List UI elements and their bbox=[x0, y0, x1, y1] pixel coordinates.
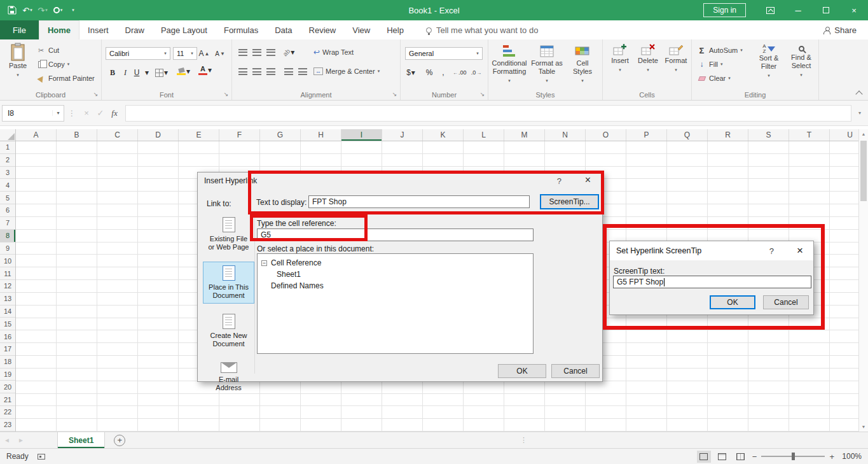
number-format-select[interactable]: General▾ bbox=[405, 47, 483, 60]
number-dialog-launcher[interactable]: ↘ bbox=[478, 90, 486, 98]
tab-scroll-splitter[interactable]: ⋮ bbox=[520, 436, 527, 444]
sort-filter-button[interactable]: AZ Sort & Filter ▾ bbox=[753, 42, 785, 80]
percent-style-button[interactable]: % bbox=[424, 66, 435, 79]
merge-center-button[interactable]: ↔Merge & Center▾ bbox=[313, 66, 380, 77]
next-sheet-icon[interactable]: ► bbox=[14, 437, 28, 444]
close-icon[interactable]: × bbox=[797, 244, 803, 257]
find-select-button[interactable]: Find & Select ▾ bbox=[786, 42, 816, 79]
comma-style-button[interactable]: , bbox=[437, 66, 449, 79]
row-header-19[interactable]: 19 bbox=[0, 369, 15, 381]
tab-home[interactable]: Home bbox=[39, 20, 79, 39]
borders-button[interactable]: ▾ bbox=[155, 66, 168, 79]
row-header-20[interactable]: 20 bbox=[0, 381, 15, 393]
tab-review[interactable]: Review bbox=[301, 20, 345, 39]
italic-button[interactable]: I bbox=[120, 66, 131, 79]
row-header-1[interactable]: 1 bbox=[0, 141, 15, 154]
tab-data[interactable]: Data bbox=[266, 20, 300, 39]
screentip-dialog-title-bar[interactable]: Set Hyperlink ScreenTip bbox=[610, 241, 813, 260]
close-button[interactable]: × bbox=[840, 0, 868, 20]
row-header-13[interactable]: 13 bbox=[0, 293, 15, 306]
link-to-existing-file-or-web-page[interactable]: Existing Fileor Web Page bbox=[203, 213, 254, 255]
tab-draw[interactable]: Draw bbox=[117, 20, 153, 39]
column-header-A[interactable]: A bbox=[16, 129, 57, 141]
bottom-align-button[interactable] bbox=[265, 46, 277, 59]
row-header-22[interactable]: 22 bbox=[0, 406, 15, 419]
tell-me-box[interactable]: Tell me what you want to do bbox=[426, 20, 538, 39]
column-header-C[interactable]: C bbox=[97, 129, 138, 141]
column-header-U[interactable]: U bbox=[830, 129, 858, 141]
column-header-D[interactable]: D bbox=[138, 129, 179, 141]
row-header-9[interactable]: 9 bbox=[0, 243, 15, 255]
zoom-in-button[interactable]: + bbox=[829, 452, 834, 461]
collapse-icon[interactable]: − bbox=[261, 260, 267, 266]
tree-item-defined-names[interactable]: Defined Names bbox=[261, 280, 529, 292]
row-header-2[interactable]: 2 bbox=[0, 154, 15, 167]
collapse-ribbon-icon[interactable] bbox=[855, 90, 863, 96]
text-to-display-input[interactable]: FPT Shop bbox=[308, 195, 530, 208]
zoom-slider[interactable] bbox=[761, 456, 825, 457]
link-to-create-new-document[interactable]: Create NewDocument bbox=[203, 310, 254, 352]
format-painter-button[interactable]: Format Painter bbox=[36, 73, 95, 84]
help-icon[interactable]: ? bbox=[557, 176, 561, 186]
formula-bar-splitter[interactable]: ⋮ bbox=[68, 109, 76, 118]
tab-file[interactable]: File bbox=[0, 20, 39, 39]
font-family-select[interactable]: Calibri▾ bbox=[106, 47, 170, 60]
row-header-23[interactable]: 23 bbox=[0, 419, 15, 432]
share-button[interactable]: Share bbox=[823, 20, 857, 39]
name-box-dropdown-icon[interactable]: ▾ bbox=[52, 110, 64, 116]
name-box[interactable]: I8 ▾ bbox=[2, 105, 64, 122]
link-to-place-in-this-document[interactable]: Place in ThisDocument bbox=[203, 262, 254, 304]
column-header-B[interactable]: B bbox=[57, 129, 97, 141]
insert-function-button[interactable]: fx bbox=[107, 105, 121, 122]
copy-button[interactable]: Copy▾ bbox=[36, 59, 69, 70]
row-header-6[interactable]: 6 bbox=[0, 204, 15, 217]
row-header-7[interactable]: 7 bbox=[0, 217, 15, 230]
vertical-scroll-thumb[interactable] bbox=[860, 141, 867, 201]
close-icon[interactable]: × bbox=[585, 174, 591, 186]
column-header-E[interactable]: E bbox=[179, 129, 219, 141]
column-header-O[interactable]: O bbox=[586, 129, 626, 141]
column-header-R[interactable]: R bbox=[708, 129, 748, 141]
align-left-button[interactable] bbox=[237, 65, 249, 78]
fill-button[interactable]: ↓Fill▾ bbox=[697, 59, 723, 70]
macro-record-icon[interactable] bbox=[38, 454, 45, 460]
row-header-14[interactable]: 14 bbox=[0, 306, 15, 318]
shrink-font-button[interactable]: A▼ bbox=[214, 47, 226, 60]
center-button[interactable] bbox=[251, 65, 263, 78]
ok-button[interactable]: OK bbox=[498, 364, 546, 378]
increase-indent-button[interactable] bbox=[297, 65, 308, 78]
orientation-button[interactable]: ab▾ bbox=[283, 46, 294, 59]
tab-formulas[interactable]: Formulas bbox=[216, 20, 266, 39]
middle-align-button[interactable] bbox=[251, 46, 263, 59]
decrease-indent-button[interactable] bbox=[283, 65, 294, 78]
format-as-table-button[interactable]: Format as Table ▾ bbox=[529, 42, 565, 85]
row-header-4[interactable]: 4 bbox=[0, 179, 15, 192]
help-icon[interactable]: ? bbox=[769, 246, 774, 256]
row-header-11[interactable]: 11 bbox=[0, 267, 15, 280]
enter-entry-button[interactable]: ✓ bbox=[93, 105, 107, 122]
column-header-J[interactable]: J bbox=[382, 129, 423, 141]
sign-in-button[interactable]: Sign in bbox=[703, 3, 746, 17]
column-header-G[interactable]: G bbox=[260, 129, 301, 141]
select-all-corner[interactable] bbox=[0, 129, 16, 141]
customize-qat-button[interactable]: ▾ bbox=[66, 2, 80, 18]
align-right-button[interactable] bbox=[265, 65, 277, 78]
row-header-17[interactable]: 17 bbox=[0, 343, 15, 356]
column-header-S[interactable]: S bbox=[748, 129, 789, 141]
cell-reference-input[interactable]: G5 bbox=[257, 228, 534, 241]
row-header-10[interactable]: 10 bbox=[0, 255, 15, 267]
tab-view[interactable]: View bbox=[344, 20, 378, 39]
screentip-button[interactable]: ScreenTip... bbox=[540, 194, 599, 209]
column-header-K[interactable]: K bbox=[423, 129, 464, 141]
row-header-5[interactable]: 5 bbox=[0, 192, 15, 204]
column-header-L[interactable]: L bbox=[464, 129, 504, 141]
row-header-3[interactable]: 3 bbox=[0, 167, 15, 179]
wrap-text-button[interactable]: ↩Wrap Text bbox=[313, 46, 354, 58]
alignment-dialog-launcher[interactable]: ↘ bbox=[390, 90, 399, 98]
clear-button[interactable]: Clear▾ bbox=[697, 73, 731, 84]
tree-item-sheet1[interactable]: Sheet1 bbox=[261, 269, 529, 280]
column-header-T[interactable]: T bbox=[789, 129, 830, 141]
tree-item-cell-reference[interactable]: − Cell Reference bbox=[261, 257, 529, 269]
maximize-button[interactable] bbox=[812, 0, 840, 20]
normal-view-button[interactable] bbox=[697, 451, 711, 463]
